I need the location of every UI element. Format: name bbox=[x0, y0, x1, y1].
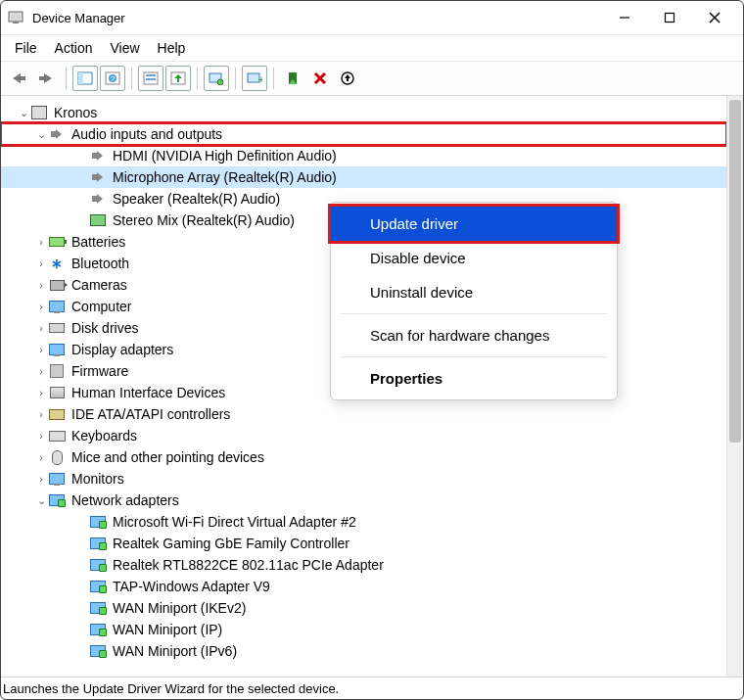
toolbar: ? + bbox=[1, 62, 743, 96]
svg-rect-11 bbox=[78, 72, 83, 84]
tree-node[interactable]: ›Monitors bbox=[1, 468, 726, 490]
expand-toggle[interactable]: › bbox=[34, 446, 48, 468]
ico-bat-icon bbox=[48, 233, 66, 251]
tree-node-label: Speaker (Realtek(R) Audio) bbox=[113, 188, 280, 210]
vertical-scrollbar[interactable] bbox=[726, 96, 743, 677]
ico-net-icon bbox=[89, 513, 107, 531]
context-menu-item[interactable]: Scan for hardware changes bbox=[331, 318, 617, 352]
forward-button[interactable] bbox=[34, 66, 60, 91]
tree-node-label: Realtek Gaming GbE Family Controller bbox=[113, 533, 349, 554]
tree-node-label: Computer bbox=[71, 296, 131, 317]
add-legacy-hardware-button[interactable]: + bbox=[242, 66, 267, 91]
titlebar: Device Manager bbox=[1, 1, 743, 35]
tree-node[interactable]: ⌄Kronos bbox=[1, 102, 726, 123]
tree-node[interactable]: Realtek Gaming GbE Family Controller bbox=[1, 533, 726, 554]
expand-toggle[interactable]: › bbox=[34, 253, 48, 274]
expand-toggle[interactable]: ⌄ bbox=[34, 490, 48, 511]
expand-toggle[interactable]: ⌄ bbox=[34, 123, 48, 145]
update-driver-button[interactable] bbox=[165, 66, 191, 91]
svg-marker-8 bbox=[44, 73, 52, 83]
ico-speaker-icon bbox=[89, 147, 107, 164]
tree-node[interactable]: ›Mice and other pointing devices bbox=[1, 446, 726, 468]
scrollbar-thumb[interactable] bbox=[729, 100, 741, 443]
expand-toggle[interactable]: › bbox=[34, 425, 48, 446]
tree-node-label: Bluetooth bbox=[71, 253, 129, 274]
tree-node-label: Audio inputs and outputs bbox=[71, 123, 222, 145]
help-button[interactable]: ? bbox=[100, 66, 125, 91]
context-menu-item[interactable]: Update driver bbox=[331, 207, 617, 241]
menu-file[interactable]: File bbox=[15, 40, 37, 56]
enable-device-button[interactable] bbox=[280, 66, 305, 91]
context-menu: Update driverDisable deviceUninstall dev… bbox=[330, 202, 618, 400]
ico-bt-icon: ∗ bbox=[48, 255, 66, 272]
expand-toggle[interactable]: ⌄ bbox=[17, 102, 30, 123]
tree-node[interactable]: Realtek RTL8822CE 802.11ac PCIe Adapter bbox=[1, 554, 726, 576]
expand-toggle[interactable]: › bbox=[34, 296, 48, 317]
close-button[interactable] bbox=[692, 3, 737, 32]
ico-mouse-icon bbox=[48, 448, 66, 466]
menu-help[interactable]: Help bbox=[158, 40, 186, 56]
context-menu-item[interactable]: Uninstall device bbox=[331, 275, 617, 309]
menubar: File Action View Help bbox=[1, 35, 743, 62]
tree-node-label: Disk drives bbox=[71, 317, 138, 339]
expand-toggle[interactable]: › bbox=[34, 231, 48, 253]
expand-toggle[interactable]: › bbox=[34, 382, 48, 403]
tree-node[interactable]: WAN Miniport (IKEv2) bbox=[1, 597, 726, 619]
tree-node[interactable]: HDMI (NVIDIA High Definition Audio) bbox=[1, 145, 726, 166]
expand-toggle[interactable]: › bbox=[34, 274, 48, 296]
ico-kb-icon bbox=[48, 427, 66, 444]
expand-toggle[interactable]: › bbox=[34, 317, 48, 339]
tree-node[interactable]: WAN Miniport (IP) bbox=[1, 619, 726, 640]
tree-node[interactable]: WAN Miniport (IPv6) bbox=[1, 640, 726, 662]
tree-node[interactable]: ⌄Audio inputs and outputs bbox=[1, 123, 726, 145]
tree-node-label: Batteries bbox=[71, 231, 125, 253]
tree-node[interactable]: Microsoft Wi-Fi Direct Virtual Adapter #… bbox=[1, 511, 726, 533]
context-menu-item[interactable]: Disable device bbox=[331, 241, 617, 275]
minimize-button[interactable] bbox=[602, 3, 647, 32]
uninstall-device-button[interactable] bbox=[307, 66, 333, 91]
svg-marker-6 bbox=[13, 73, 21, 83]
ico-speaker-icon bbox=[89, 190, 107, 208]
svg-point-21 bbox=[217, 79, 223, 85]
tree-node-label: HDMI (NVIDIA High Definition Audio) bbox=[113, 145, 337, 166]
context-menu-item[interactable]: Properties bbox=[331, 361, 617, 396]
tree-node[interactable]: ›IDE ATA/ATAPI controllers bbox=[1, 403, 726, 425]
tree-node-label: WAN Miniport (IKEv2) bbox=[113, 597, 246, 619]
tree-node-label: Firmware bbox=[71, 360, 128, 382]
svg-rect-9 bbox=[39, 76, 44, 80]
tree-node-label: WAN Miniport (IPv6) bbox=[113, 640, 237, 662]
svg-rect-16 bbox=[146, 74, 156, 76]
scan-hardware-button[interactable] bbox=[204, 66, 229, 91]
properties-button[interactable] bbox=[138, 66, 163, 91]
expand-toggle[interactable]: › bbox=[34, 339, 48, 360]
ico-net-icon bbox=[89, 599, 107, 617]
app-icon bbox=[7, 9, 24, 26]
maximize-button[interactable] bbox=[647, 3, 692, 32]
menu-action[interactable]: Action bbox=[55, 40, 93, 56]
svg-rect-30 bbox=[347, 78, 349, 81]
tree-node-label: Keyboards bbox=[71, 425, 137, 446]
tree-node[interactable]: ›Keyboards bbox=[1, 425, 726, 446]
tree-node[interactable]: Microphone Array (Realtek(R) Audio) bbox=[1, 166, 726, 188]
expand-toggle[interactable]: › bbox=[34, 403, 48, 425]
context-menu-separator bbox=[341, 356, 607, 357]
tree-node-label: Monitors bbox=[71, 468, 124, 490]
svg-rect-0 bbox=[9, 12, 23, 22]
menu-view[interactable]: View bbox=[110, 40, 139, 56]
device-manager-window: Device Manager File Action View Help ? + bbox=[0, 0, 744, 700]
tree-node-label: Microsoft Wi-Fi Direct Virtual Adapter #… bbox=[113, 511, 356, 533]
back-button[interactable] bbox=[7, 66, 32, 91]
svg-marker-29 bbox=[345, 74, 350, 78]
status-bar: Launches the Update Driver Wizard for th… bbox=[1, 677, 743, 699]
svg-rect-1 bbox=[13, 22, 19, 23]
tree-node[interactable]: ⌄Network adapters bbox=[1, 490, 726, 511]
ico-root-icon bbox=[30, 104, 48, 121]
tree-node[interactable]: TAP-Windows Adapter V9 bbox=[1, 576, 726, 597]
expand-toggle[interactable]: › bbox=[34, 360, 48, 382]
ico-stereo-icon bbox=[89, 211, 107, 229]
expand-toggle[interactable]: › bbox=[34, 468, 48, 490]
disable-device-button[interactable] bbox=[335, 66, 360, 91]
svg-rect-7 bbox=[21, 76, 25, 80]
svg-rect-3 bbox=[666, 14, 674, 23]
show-hide-console-tree-button[interactable] bbox=[72, 66, 98, 91]
